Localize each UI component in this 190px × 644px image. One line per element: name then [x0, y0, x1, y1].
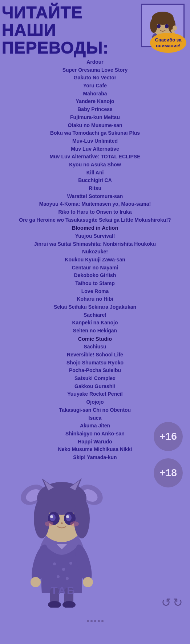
manga-list-item[interactable]: Jinrui wa Suitai Shimashita: Nonbirishit… [34, 240, 156, 248]
dot-5 [101, 620, 104, 622]
manga-list-item[interactable]: Muv Luv Alternative: TOTAL ECLIPSE [50, 153, 141, 161]
header-title-text: Читайте Наши Переводы: [2, 4, 111, 56]
manga-list-item[interactable]: Pocha-Pocha Suieibu [69, 367, 121, 375]
manga-list: ArdourSuper Oresama Love StoryGakuto No … [0, 58, 190, 462]
manga-list-item[interactable]: Sekai Seifuku Sekirara Jogakukan [54, 303, 136, 311]
bottom-dots [87, 620, 104, 622]
manga-list-item[interactable]: Riko to Haru to Onsen to Iruka [58, 208, 132, 216]
manga-list-item[interactable]: Boku wa Tomodachi ga Sukunai Plus [50, 129, 140, 137]
manga-list-item[interactable]: Taihou to Stamp [75, 280, 115, 288]
manga-list-item[interactable]: Waratte! Sotomura-san [67, 193, 123, 201]
svg-point-8 [173, 25, 177, 31]
manga-list-item[interactable]: Maoyuu 4-Koma: Muitemasen yo, Maou-sama! [39, 200, 151, 208]
age-18-button[interactable]: +18 [154, 458, 183, 487]
manga-list-item[interactable]: Reversible! School Life [67, 351, 123, 359]
manga-list-item[interactable]: Fujimura-kun Meitsu [70, 114, 120, 122]
thank-you-bubble: Спасибо за внимание! [150, 33, 186, 53]
title-line3: Переводы: [2, 38, 109, 57]
manga-list-item[interactable]: Super Oresama Love Story [62, 66, 128, 74]
dot-2 [90, 620, 93, 622]
nav-forward-arrow[interactable]: ↻ [173, 596, 183, 609]
dot-1 [87, 620, 89, 622]
svg-point-41 [69, 562, 72, 565]
manga-list-item[interactable]: Muv Luv Alternative [71, 145, 119, 153]
manga-list-item[interactable]: Yoru Cafe [83, 82, 107, 90]
manga-list-item[interactable]: Sachiusu [84, 343, 106, 351]
manga-list-item[interactable]: Mahoraba [83, 90, 107, 98]
svg-point-43 [66, 577, 69, 580]
manga-list-item[interactable]: Comic Studio [78, 335, 112, 343]
svg-point-39 [53, 562, 56, 565]
manga-list-item[interactable]: Shojo Shumatsu Ryoko [66, 359, 124, 367]
svg-point-27 [66, 515, 69, 518]
svg-point-6 [165, 24, 169, 28]
manga-list-item[interactable]: Ojojojo [86, 398, 104, 406]
manga-list-item[interactable]: Muv-Luv Unlimited [72, 137, 118, 145]
manga-list-item[interactable]: Satsuki Complex [74, 375, 116, 383]
manga-list-item[interactable]: Seiten no Hekigan [73, 327, 117, 335]
manga-list-item[interactable]: Yuuyake Rocket Pencil [67, 390, 123, 398]
title-line2: Наши [2, 20, 56, 39]
manga-list-item[interactable]: Sachiare! [84, 311, 106, 319]
manga-list-item[interactable]: Ritsu [89, 185, 101, 193]
thank-you-text: Спасибо за внимание! [150, 37, 186, 48]
age-16-label: +16 [159, 431, 177, 442]
manga-list-item[interactable]: Bucchigiri CA [78, 177, 112, 185]
page-container: Читайте Наши Переводы: Сп [0, 0, 190, 644]
manga-list-item[interactable]: Centaur no Nayami [72, 264, 118, 272]
svg-point-40 [62, 568, 65, 571]
manga-list-item[interactable]: Nukozuke! [82, 248, 108, 256]
manga-list-item[interactable]: Koharu no Hibi [77, 295, 113, 303]
manga-list-item[interactable]: Kyou no Asuka Show [69, 161, 121, 169]
manga-list-item[interactable]: Kanpeki na Kanojo [72, 319, 118, 327]
manga-list-item[interactable]: Bloomed in Action [72, 224, 118, 232]
nav-back-arrow[interactable]: ↺ [161, 596, 171, 609]
dot-3 [94, 620, 96, 622]
manga-list-item[interactable]: Ore ga Heroine wo Tasukasugite Sekai ga … [19, 216, 171, 224]
svg-point-3 [150, 18, 157, 33]
svg-point-17 [74, 498, 90, 538]
nav-arrows: ↺ ↻ [161, 596, 183, 609]
manga-list-item[interactable]: Yuujou Survival! [75, 232, 115, 240]
manga-list-item[interactable]: Dekoboko Girlish [74, 272, 116, 280]
svg-point-34 [83, 577, 93, 587]
manga-list-item[interactable]: Baby Princess [77, 106, 113, 114]
manga-list-item[interactable]: Yandere Kanojo [76, 98, 114, 106]
manga-list-item[interactable]: Gakkou Gurashi! [74, 383, 116, 391]
svg-point-5 [157, 24, 161, 28]
age-16-button[interactable]: +16 [154, 422, 183, 451]
title-line1: Читайте [2, 3, 83, 22]
svg-point-26 [50, 515, 53, 518]
svg-point-28 [61, 522, 63, 524]
manga-list-item[interactable]: Koukou Kyuuji Zawa-san [65, 256, 125, 264]
manga-list-item[interactable]: Love Roma [81, 288, 109, 296]
age-18-label: +18 [159, 467, 177, 479]
header-title-block: Читайте Наши Переводы: [2, 4, 111, 56]
svg-point-29 [45, 521, 53, 526]
svg-point-16 [34, 498, 50, 538]
tab-text: ТАБ [51, 584, 76, 597]
manga-list-item[interactable]: Otaku no Musume-san [68, 122, 122, 130]
svg-point-33 [31, 577, 41, 587]
dot-4 [98, 620, 100, 622]
svg-point-30 [70, 521, 79, 526]
svg-point-42 [57, 575, 60, 578]
manga-list-item[interactable]: Kill Ani [86, 169, 104, 177]
manga-list-item[interactable]: Ardour [86, 58, 104, 66]
manga-list-item[interactable]: Gakuto No Vector [74, 74, 116, 82]
